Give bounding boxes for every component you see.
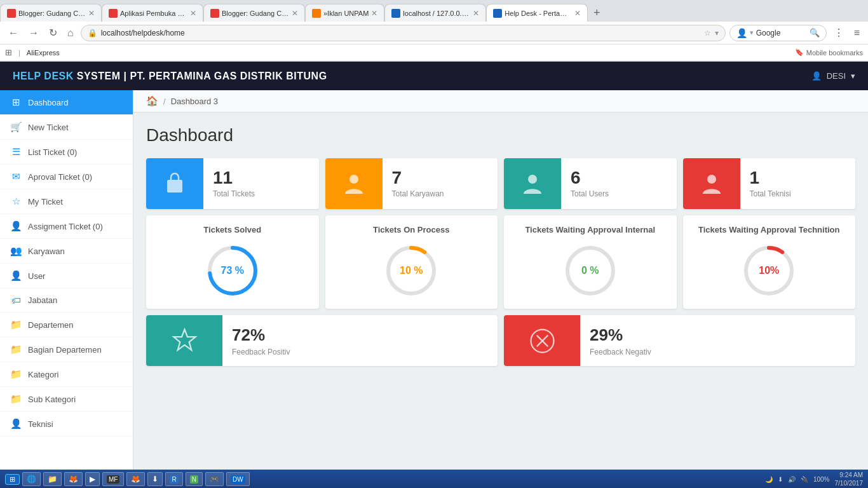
tab-close-6[interactable]: ✕ (574, 9, 581, 18)
tab-2[interactable]: Aplikasi Pembuka File P... ✕ (102, 4, 203, 22)
tab-favicon-3 (210, 9, 219, 18)
taskbar-app-firefox2[interactable]: 🦊 (126, 472, 145, 486)
sidebar-label-jabatan: Jabatan (28, 295, 57, 305)
sidebar-label-karyawan: Karyawan (28, 247, 65, 256)
stat-info-tickets: 11 Total Tickets (203, 163, 264, 205)
taskbar-app-media[interactable]: ▶ (85, 472, 100, 486)
app-title: HELP DESK SYSTEM | PT. PERTAMINA GAS DIS… (13, 71, 327, 82)
address-icon: 🔒 (88, 29, 97, 37)
sidebar-item-user[interactable]: 👤 User (0, 264, 133, 288)
bottom-info-positiv: 72% Feedback Positiv (222, 319, 299, 363)
tab-5[interactable]: localhost / 127.0.0.1 / he... ✕ (384, 4, 486, 22)
network-icon: 🔌 (801, 476, 808, 483)
breadcrumb-current: Dashboard 3 (171, 97, 218, 106)
tab-3[interactable]: Blogger: Gudang Codin... ✕ (203, 4, 305, 22)
stat-icon-teknisi (683, 158, 740, 209)
user-sidebar-icon: 👤 (10, 270, 22, 281)
taskbar-date-value: 7/10/2017 (835, 479, 864, 487)
sidebar-item-kategori[interactable]: 📁 Kategori (0, 362, 133, 387)
tab-close-1[interactable]: ✕ (88, 9, 95, 18)
app-header: HELP DESK SYSTEM | PT. PERTAMINA GAS DIS… (0, 62, 868, 90)
mf-icon: MF (107, 475, 119, 484)
taskbar-app-mf[interactable]: MF (102, 472, 124, 486)
sidebar: ⊞ Dashboard 🛒 New Ticket ☰ List Ticket (… (0, 90, 133, 470)
media-icon: ▶ (90, 475, 95, 484)
sidebar-item-jabatan[interactable]: 🏷 Jabatan (0, 288, 133, 313)
tab-label-4: »Iklan UNPAM (323, 10, 369, 17)
ie-icon: 🌐 (27, 475, 36, 484)
search-label: Google (756, 29, 807, 37)
taskbar-app-explorer[interactable]: 📁 (43, 472, 62, 486)
svg-point-3 (707, 175, 716, 184)
taskbar: ⊞ 🌐 📁 🦊 ▶ MF 🦊 ⬇ R N 🎮 (0, 470, 868, 488)
bookmark-aliexpress[interactable]: AliExpress (27, 49, 60, 57)
nox-icon: N (190, 475, 198, 484)
stat-label-users: Total Users (571, 189, 609, 198)
tab-4[interactable]: »Iklan UNPAM ✕ (305, 4, 384, 22)
breadcrumb-separator: / (163, 97, 166, 106)
mobile-bookmarks[interactable]: 🔖 Mobile bookmarks (795, 48, 863, 57)
tab-1[interactable]: Blogger: Gudang Codin... ✕ (0, 4, 102, 22)
stat-label-teknisi: Total Teknisi (750, 189, 791, 198)
taskbar-app-dw[interactable]: DW (226, 472, 250, 486)
tab-6[interactable]: Help Desk - Pertamina ✕ (486, 4, 588, 22)
sidebar-label-kategori: Kategori (28, 370, 58, 379)
start-button[interactable]: ⊞ (5, 474, 20, 485)
bottom-num-positiv: 72% (232, 325, 290, 345)
tab-close-3[interactable]: ✕ (292, 9, 298, 18)
sidebar-item-departemen[interactable]: 📁 Departemen (0, 313, 133, 337)
jabatan-icon: 🏷 (10, 295, 22, 306)
sidebar-item-bagian-departemen[interactable]: 📁 Bagian Departemen (0, 337, 133, 362)
taskbar-app-r[interactable]: R (165, 472, 182, 486)
settings-button[interactable]: ≡ (851, 26, 863, 40)
sidebar-item-dashboard[interactable]: ⊞ Dashboard (0, 90, 133, 115)
sidebar-item-my-ticket[interactable]: ☆ My Ticket (0, 189, 133, 214)
sidebar-item-sub-kategori[interactable]: 📁 Sub Kategori (0, 387, 133, 412)
sidebar-item-assignment-ticket[interactable]: 👤 Assigment Ticket (0) (0, 214, 133, 239)
user-menu[interactable]: 👤 DESI ▾ (811, 71, 855, 81)
search-bar[interactable]: 👤 ▾ Google 🔍 (729, 25, 827, 41)
circle-title-process: Tickets On Process (373, 225, 449, 234)
stat-info-teknisi: 1 Total Teknisi (740, 163, 801, 205)
stat-icon-tickets (146, 158, 203, 209)
taskbar-app-ie[interactable]: 🌐 (22, 472, 41, 486)
sidebar-item-teknisi[interactable]: 👤 Teknisi (0, 412, 133, 437)
back-button[interactable]: ← (5, 26, 22, 40)
taskbar-app-firefox[interactable]: 🦊 (64, 472, 83, 486)
circle-wrapper-technition: 10% (740, 242, 797, 299)
tab-label-6: Help Desk - Pertamina (505, 10, 572, 17)
tab-close-2[interactable]: ✕ (190, 9, 196, 18)
sidebar-item-new-ticket[interactable]: 🛒 New Ticket (0, 115, 133, 140)
svg-point-2 (528, 175, 537, 184)
user-avatar-icon: 👤 (811, 71, 822, 81)
address-bar[interactable]: 🔒 localhost/helpdesk/home ☆ ▾ (81, 25, 726, 41)
person-red-icon (699, 171, 724, 196)
sidebar-item-list-ticket[interactable]: ☰ List Ticket (0) (0, 140, 133, 165)
forward-button[interactable]: → (25, 26, 42, 40)
sidebar-label-approval-ticket: Aproval Ticket (0) (28, 172, 92, 182)
download-icon: ⬇ (778, 476, 783, 483)
taskbar-app-game[interactable]: 🎮 (205, 472, 224, 486)
star-icon (170, 327, 199, 355)
tab-close-5[interactable]: ✕ (473, 9, 479, 18)
taskbar-app-bittorrent[interactable]: ⬇ (147, 472, 163, 486)
assignment-icon: 👤 (10, 220, 22, 232)
refresh-button[interactable]: ↻ (46, 25, 60, 40)
menu-button[interactable]: ⋮ (831, 25, 847, 40)
star-icon: ☆ (704, 29, 711, 37)
person-orange-icon (341, 171, 367, 196)
tab-close-4[interactable]: ✕ (371, 9, 377, 18)
svg-marker-12 (173, 329, 195, 349)
breadcrumb-home-icon[interactable]: 🏠 (146, 95, 158, 107)
sidebar-item-approval-ticket[interactable]: ✉ Aproval Ticket (0) (0, 165, 133, 189)
home-button[interactable]: ⌂ (64, 26, 77, 40)
tab-favicon-4 (312, 9, 321, 18)
bottom-num-negativ: 29% (590, 325, 651, 345)
taskbar-app-nox[interactable]: N (186, 472, 203, 486)
svg-rect-0 (167, 180, 182, 193)
sidebar-item-karyawan[interactable]: 👥 Karyawan (0, 239, 133, 264)
circle-wrapper-solved: 73 % (204, 242, 261, 299)
taskbar-clock: 9:24 AM 7/10/2017 (835, 471, 864, 487)
taskbar-time-value: 9:24 AM (835, 471, 864, 479)
new-tab-button[interactable]: + (588, 4, 606, 22)
